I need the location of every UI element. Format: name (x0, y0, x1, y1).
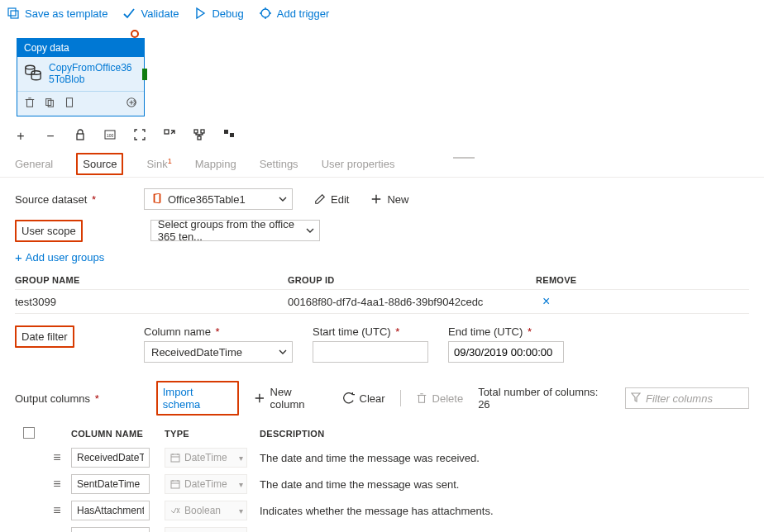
tab-mapping[interactable]: Mapping (195, 153, 236, 175)
source-dataset-dropdown[interactable]: Office365Table1 (144, 188, 293, 210)
column-row: ≡DateTime▾The date and time the message … (15, 444, 749, 471)
remove-header: Remove (536, 275, 749, 285)
canvas-area: Copy data CopyFromOffice365ToBlob (0, 26, 764, 121)
svg-rect-11 (77, 134, 84, 140)
debug-button[interactable]: Debug (193, 7, 243, 20)
layout-icon[interactable] (192, 128, 207, 145)
chevron-down-icon (306, 225, 314, 237)
group-row: test3099 00168f80-df7d-4aa1-88d6-39bf904… (15, 289, 749, 314)
fit-100-icon[interactable]: 100 (103, 128, 117, 145)
drag-handle-icon[interactable]: ≡ (53, 450, 60, 464)
column-type-dropdown[interactable]: Boolean▾ (165, 501, 247, 520)
trigger-icon (259, 7, 272, 20)
new-dataset-button[interactable]: New (370, 193, 408, 206)
start-time-input[interactable] (313, 341, 428, 363)
copy-icon[interactable] (44, 97, 55, 111)
column-type-dropdown[interactable]: DateTime▾ (165, 474, 247, 494)
filter-columns-input[interactable]: Filter columns (625, 387, 749, 409)
zoom-out-icon[interactable]: − (43, 129, 58, 144)
office365-icon (151, 192, 168, 207)
canvas-toolbar: + − 100 (0, 121, 764, 151)
column-name-input[interactable] (71, 448, 150, 468)
tab-source[interactable]: Source (76, 148, 123, 180)
column-name-input[interactable] (71, 501, 150, 520)
chevron-down-icon: ▾ (239, 480, 243, 489)
source-dataset-label: Source dataset * (15, 193, 144, 206)
column-row: ≡abcString▾The internet message id (15, 524, 749, 532)
svg-rect-20 (418, 396, 424, 403)
add-trigger-button[interactable]: Add trigger (259, 7, 330, 20)
zoom-in-icon[interactable]: + (13, 129, 28, 144)
svg-rect-14 (165, 130, 169, 134)
group-id-cell: 00168f80-df7d-4aa1-88d6-39bf9042cedc (288, 296, 536, 308)
edit-dataset-button[interactable]: Edit (314, 193, 349, 206)
save-as-template-button[interactable]: Save as template (7, 7, 107, 20)
delete-icon[interactable] (24, 97, 36, 111)
column-description: Indicates whether the message has attach… (260, 505, 749, 517)
source-panel: Source dataset * Office365Table1 Edit Ne… (0, 178, 764, 532)
column-name-dropdown[interactable]: ReceivedDateTime (144, 341, 293, 363)
highlight-user-scope: User scope (15, 220, 83, 242)
svg-rect-0 (8, 8, 16, 16)
column-type-dropdown[interactable]: DateTime▾ (165, 448, 247, 468)
svg-rect-15 (194, 130, 198, 133)
tab-general[interactable]: General (15, 153, 53, 175)
play-icon (193, 7, 207, 20)
tab-sink[interactable]: Sink1 (146, 153, 171, 175)
user-scope-dropdown[interactable]: Select groups from the office 365 ten... (150, 220, 320, 241)
svg-rect-21 (171, 454, 179, 462)
tab-user-properties[interactable]: User properties (322, 153, 395, 175)
expand-icon[interactable] (126, 97, 137, 111)
sink-error-badge: 1 (168, 157, 172, 165)
validate-label: Validate (141, 7, 179, 20)
top-toolbar: Save as template Validate Debug Add trig… (0, 0, 764, 26)
add-user-groups-button[interactable]: +Add user groups (15, 250, 749, 264)
user-scope-placeholder: Select groups from the office 365 ten... (158, 218, 301, 243)
select-all-checkbox[interactable] (23, 427, 35, 439)
column-type-dropdown[interactable]: abcString▾ (165, 527, 247, 532)
chevron-down-icon: ▾ (239, 454, 243, 463)
highlight-source: Source (76, 153, 123, 175)
svg-rect-6 (27, 99, 33, 107)
clear-button[interactable]: Clear (343, 392, 385, 405)
panel-resize-handle[interactable] (453, 157, 475, 159)
database-icon (24, 64, 42, 84)
total-columns-label: Total number of columns: 26 (478, 386, 610, 411)
copy-data-activity[interactable]: Copy data CopyFromOffice365ToBlob (17, 38, 145, 116)
auto-align-icon[interactable] (162, 128, 177, 145)
output-columns-table: Column Name Type Description ≡DateTime▾T… (15, 424, 749, 532)
fit-screen-icon[interactable] (132, 128, 147, 145)
debug-label: Debug (212, 7, 243, 20)
new-column-button[interactable]: New column (254, 386, 328, 411)
svg-rect-18 (224, 130, 228, 134)
validate-button[interactable]: Validate (122, 7, 179, 20)
output-columns-label: Output columns * (15, 392, 141, 405)
user-scope-label: User scope (15, 220, 83, 242)
th-description: Description (260, 429, 749, 439)
drag-handle-icon[interactable]: ≡ (53, 477, 60, 491)
lock-icon[interactable] (73, 128, 88, 145)
source-dataset-value: Office365Table1 (168, 193, 246, 206)
chevron-down-icon: ▾ (239, 506, 243, 515)
end-time-input[interactable] (448, 341, 564, 363)
svg-marker-2 (197, 8, 204, 18)
svg-rect-16 (201, 130, 204, 133)
drag-handle-icon[interactable]: ≡ (53, 503, 60, 517)
success-handle[interactable] (142, 69, 147, 80)
import-schema-button[interactable]: Import schema (156, 381, 239, 416)
column-name-label: Column name * (144, 325, 293, 338)
detail-tabs: General Source Sink1 Mapping Settings Us… (0, 151, 764, 178)
group-table: Group Name Group ID Remove test3099 0016… (15, 271, 749, 314)
delete-column-button: Delete (416, 392, 464, 405)
activity-name-label: CopyFromOffice365ToBlob (49, 62, 137, 86)
save-template-icon (7, 7, 20, 20)
svg-rect-19 (230, 133, 234, 137)
column-name-input[interactable] (71, 474, 150, 494)
svg-rect-22 (171, 481, 179, 488)
clone-icon[interactable] (64, 97, 75, 111)
remove-group-button[interactable]: × (542, 294, 550, 308)
column-name-input[interactable] (71, 527, 150, 532)
group-name-header: Group Name (15, 275, 288, 285)
snap-icon[interactable] (222, 128, 236, 145)
tab-settings[interactable]: Settings (260, 153, 298, 175)
